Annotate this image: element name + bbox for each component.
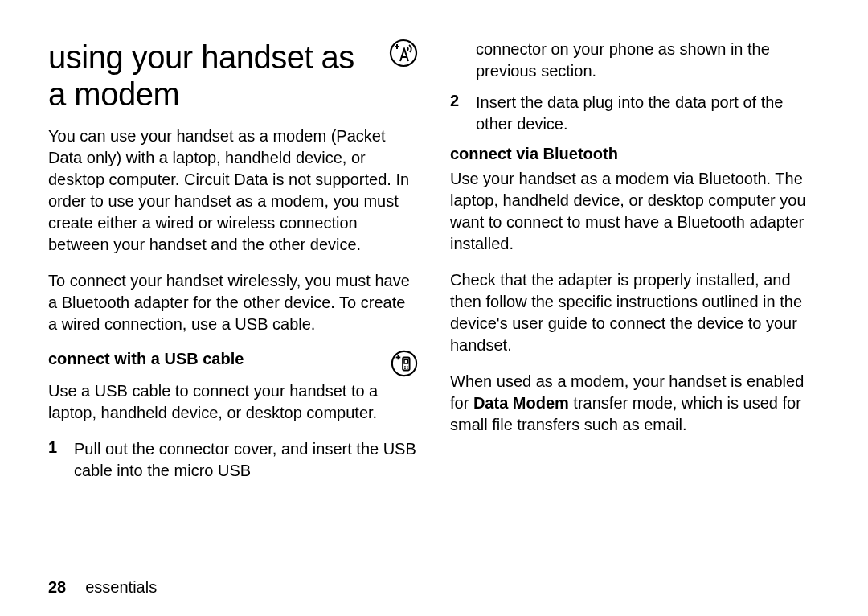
usb-body: Use a USB cable to connect your handset …	[48, 380, 418, 424]
step-1-cont-text: connector on your phone as shown in the …	[476, 39, 820, 82]
left-column: using your handset as a modem	[48, 39, 418, 567]
bluetooth-paragraph-3: When used as a modem, your handset is en…	[450, 371, 820, 436]
right-column: connector on your phone as shown in the …	[450, 39, 820, 567]
phone-plus-icon	[391, 350, 418, 377]
step-1: 1 Pull out the connector cover, and inse…	[48, 438, 418, 482]
title-row: using your handset as a modem	[48, 39, 418, 113]
columns: using your handset as a modem	[48, 39, 820, 567]
step-number-blank	[450, 39, 461, 82]
data-modem-label: Data Modem	[473, 394, 569, 412]
step-number: 1	[48, 438, 59, 482]
intro-paragraph-2: To connect your handset wirelessly, you …	[48, 270, 418, 335]
right-steps: connector on your phone as shown in the …	[450, 39, 820, 135]
intro-paragraph-1: You can use your handset as a modem (Pac…	[48, 125, 418, 256]
usb-heading-row: connect with a USB cable	[48, 350, 418, 377]
step-number: 2	[450, 92, 461, 135]
svg-point-9	[404, 366, 406, 368]
usb-steps: 1 Pull out the connector cover, and inse…	[48, 438, 418, 482]
page-number: 28	[48, 578, 66, 597]
svg-point-12	[407, 368, 408, 369]
step-2: 2 Insert the data plug into the data por…	[450, 92, 820, 135]
step-1-continued: connector on your phone as shown in the …	[450, 39, 820, 82]
bluetooth-heading: connect via Bluetooth	[450, 145, 820, 163]
step-text: Pull out the connector cover, and insert…	[74, 438, 418, 482]
section-name: essentials	[85, 578, 157, 597]
page-footer: 28 essentials	[48, 567, 820, 597]
antenna-plus-icon	[389, 39, 418, 68]
manual-page: using your handset as a modem	[0, 0, 868, 616]
usb-heading: connect with a USB cable	[48, 350, 244, 368]
page-title: using your handset as a modem	[48, 39, 376, 113]
step-2-text: Insert the data plug into the data port …	[476, 92, 820, 135]
bluetooth-paragraph-2: Check that the adapter is properly insta…	[450, 269, 820, 356]
svg-rect-8	[404, 359, 408, 363]
svg-point-10	[407, 366, 408, 368]
bluetooth-paragraph-1: Use your handset as a modem via Bluetoot…	[450, 168, 820, 255]
svg-point-11	[404, 368, 406, 369]
